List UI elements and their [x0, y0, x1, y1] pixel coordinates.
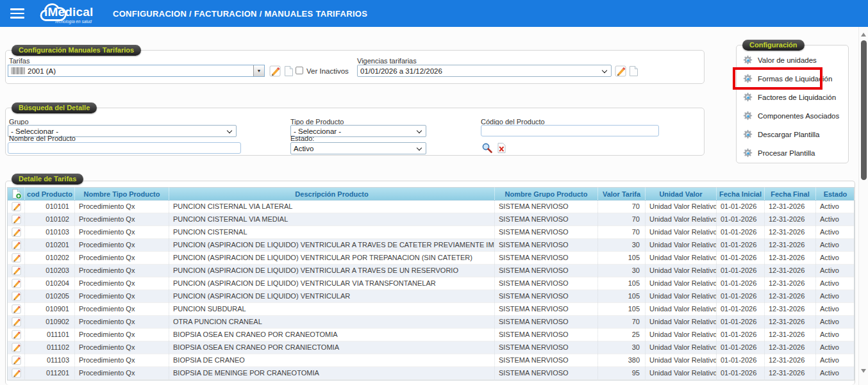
pencil-icon [12, 317, 21, 327]
cell-descripcion-producto: PUNCION CISTERNAL VIA MEDIAL [169, 213, 495, 225]
cell-valor-tarifa: 105 [598, 252, 646, 264]
column-header-descripcion-producto[interactable]: Descripción Producto [169, 188, 495, 200]
search-button[interactable] [481, 142, 493, 154]
clear-search-button[interactable] [495, 142, 507, 154]
cell-unidad-valor: Unidad Valor Relativo [646, 367, 717, 379]
sidebar-item-factores-de-liquidacion[interactable]: Factores de Liquidación [737, 88, 848, 106]
cell-cod-producto: 011201 [25, 367, 75, 379]
scrollbar-up-arrow[interactable] [861, 33, 866, 37]
pencil-icon [12, 215, 21, 224]
tarifas-combobox[interactable]: 2001 (A) ▼ [8, 65, 265, 77]
sidebar-item-formas-de-liquidacion[interactable]: Formas de Liquidación [737, 69, 848, 88]
logo-tagline: Tecnología en salud [54, 19, 92, 24]
sidebar-item-label: Valor de unidades [758, 56, 817, 64]
cell-fecha-final: 12-31-2026 [765, 265, 816, 277]
estado-label: Estado: [290, 135, 314, 142]
column-header-estado[interactable]: Estado [816, 188, 855, 200]
edit-row-button[interactable] [8, 265, 25, 277]
tarifas-dropdown-button[interactable]: ▼ [253, 65, 264, 76]
cell-descripcion-producto: PUNCION (ASPIRACION DE LIQUIDO) VENTRICU… [169, 265, 495, 277]
edit-row-button[interactable] [8, 354, 25, 366]
cell-valor-tarifa: 30 [598, 341, 646, 354]
edit-row-button[interactable] [8, 303, 25, 315]
cell-cod-producto: 010202 [25, 252, 75, 264]
cell-cod-producto: 010205 [25, 290, 75, 302]
scrollbar-down-arrow[interactable] [861, 369, 866, 373]
table-row: 011101 Procedimiento Qx BIOPSIA OSEA EN … [8, 329, 854, 341]
add-tarifa-button[interactable] [8, 188, 25, 200]
edit-row-button[interactable] [8, 239, 25, 251]
new-tarifa-button[interactable] [282, 65, 294, 77]
cell-unidad-valor: Unidad Valor Relativo [646, 341, 717, 354]
sidebar-item-descargar-plantilla[interactable]: Descargar Plantilla [737, 125, 848, 143]
configuracion-sidebar-title: Configuración [742, 40, 805, 51]
pencil-icon [12, 343, 21, 352]
cell-nombre-grupo-producto: SISTEMA NERVIOSO [495, 354, 598, 366]
cell-estado: Activo [816, 329, 855, 341]
edit-tarifa-button[interactable] [269, 65, 281, 77]
pencil-icon [12, 291, 21, 301]
column-header-fecha-final[interactable]: Fecha Final [765, 188, 816, 200]
column-header-nombre-tipo-producto[interactable]: Nombre Tipo Producto [75, 188, 169, 200]
vigencias-select[interactable]: 01/01/2026 a 31/12/2026 [357, 65, 612, 77]
sidebar-item-valor-de-unidades[interactable]: Valor de unidades [737, 51, 848, 69]
edit-row-button[interactable] [8, 341, 25, 354]
cell-fecha-final: 12-31-2026 [765, 226, 816, 238]
cell-fecha-inicial: 01-01-2026 [717, 367, 765, 379]
estado-select[interactable]: Activo [290, 142, 426, 154]
estado-value: Activo [294, 145, 313, 152]
breadcrumb[interactable]: CONFIGURACION / FACTURACION / MANUALES T… [113, 9, 367, 19]
vertical-scrollbar[interactable] [858, 27, 868, 385]
cell-fecha-final: 12-31-2026 [765, 201, 816, 213]
search-icon [481, 142, 493, 154]
cell-valor-tarifa: 380 [598, 354, 646, 366]
scrollbar-thumb[interactable] [861, 40, 867, 180]
sidebar-item-procesar-plantilla[interactable]: Procesar Plantilla [737, 143, 848, 162]
pencil-icon [12, 330, 21, 340]
sidebar-item-label: Componentes Asociados [758, 112, 839, 120]
edit-row-button[interactable] [8, 329, 25, 341]
cell-descripcion-producto: PUNCION (ASPIRACION DE LIQUIDO) VENTRICU… [169, 252, 495, 264]
cell-fecha-final: 12-31-2026 [765, 341, 816, 354]
pencil-icon [12, 368, 21, 378]
pencil-icon [12, 279, 21, 288]
cell-fecha-inicial: 01-01-2026 [717, 290, 765, 302]
cell-nombre-grupo-producto: SISTEMA NERVIOSO [495, 290, 598, 302]
cell-cod-producto: 010101 [25, 201, 75, 213]
cell-unidad-valor: Unidad Valor Relativo [646, 265, 717, 277]
cell-estado: Activo [816, 239, 855, 251]
cell-descripcion-producto: OTRA PUNCION CRANEAL [169, 316, 495, 328]
pencil-icon [12, 253, 21, 263]
table-row: 010204 Procedimiento Qx PUNCION (ASPIRAC… [8, 277, 854, 290]
new-vigencia-button[interactable] [627, 65, 639, 77]
edit-row-button[interactable] [8, 316, 25, 328]
cell-nombre-grupo-producto: SISTEMA NERVIOSO [495, 341, 598, 354]
edit-row-button[interactable] [8, 277, 25, 290]
cell-nombre-tipo-producto: Procedimiento Qx [75, 226, 169, 238]
edit-row-button[interactable] [8, 213, 25, 225]
edit-row-button[interactable] [8, 252, 25, 264]
edit-row-button[interactable] [8, 226, 25, 238]
cell-fecha-final: 12-31-2026 [765, 277, 816, 290]
table-row: 010203 Procedimiento Qx PUNCION (ASPIRAC… [8, 265, 854, 277]
edit-row-button[interactable] [8, 290, 25, 302]
cell-nombre-tipo-producto: Procedimiento Qx [75, 303, 169, 315]
cell-unidad-valor: Unidad Valor Relativo [646, 329, 717, 341]
cell-fecha-final: 12-31-2026 [765, 329, 816, 341]
hamburger-menu-icon[interactable] [10, 8, 24, 19]
column-header-valor-tarifa[interactable]: Valor Tarifa [598, 188, 646, 200]
cell-cod-producto: 010102 [25, 213, 75, 225]
sidebar-item-componentes-asociados[interactable]: Componentes Asociados [737, 106, 848, 125]
codigo-producto-input[interactable] [481, 125, 659, 136]
edit-row-button[interactable] [8, 367, 25, 379]
column-header-fecha-inicial[interactable]: Fecha Inicial [717, 188, 765, 200]
edit-row-button[interactable] [8, 201, 25, 213]
column-header-nombre-grupo-producto[interactable]: Nombre Grupo Producto [495, 188, 598, 200]
nombre-producto-input[interactable] [8, 142, 241, 154]
column-header-unidad-valor[interactable]: Unidad Valor [646, 188, 717, 200]
edit-vigencia-button[interactable] [614, 65, 626, 77]
cell-descripcion-producto: PUNCION (ASPIRACION DE LIQUIDO) VENTRICU… [169, 290, 495, 302]
cell-nombre-grupo-producto: SISTEMA NERVIOSO [495, 252, 598, 264]
column-header-cod-producto[interactable]: cod Producto [25, 188, 75, 200]
ver-inactivos-checkbox[interactable] [296, 67, 303, 74]
